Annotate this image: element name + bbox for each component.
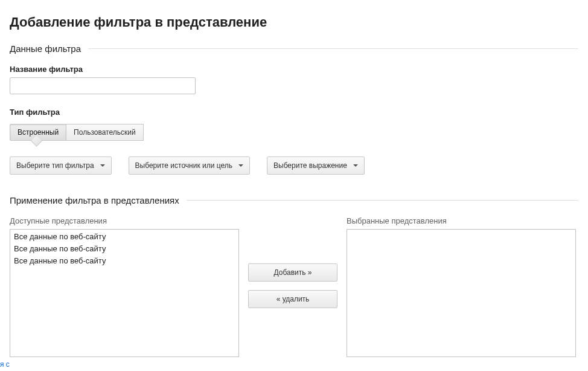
- available-views-label: Доступные представления: [10, 216, 239, 225]
- dropdown-filter-type[interactable]: Выберите тип фильтра: [10, 156, 112, 175]
- filter-name-label: Название фильтра: [10, 65, 578, 74]
- filter-type-segmented: Встроенный Пользовательский: [10, 124, 144, 141]
- section-filter-data-label: Данные фильтра: [10, 44, 88, 54]
- segmented-custom-button[interactable]: Пользовательский: [66, 124, 144, 141]
- caret-down-icon: [238, 164, 243, 167]
- dropdown-source-target-label: Выберите источник или цель: [135, 161, 232, 170]
- divider: [187, 200, 578, 201]
- corner-link[interactable]: я с: [0, 360, 10, 369]
- dropdown-source-target[interactable]: Выберите источник или цель: [129, 156, 250, 175]
- section-apply: Применение фильтра в представлениях: [10, 195, 578, 205]
- selected-views-listbox[interactable]: [347, 229, 576, 357]
- caret-down-icon: [353, 164, 358, 167]
- remove-button[interactable]: « удалить: [248, 290, 337, 308]
- dropdown-filter-type-label: Выберите тип фильтра: [16, 161, 94, 170]
- dropdown-expression[interactable]: Выберите выражение: [267, 156, 365, 175]
- dropdown-expression-label: Выберите выражение: [273, 161, 347, 170]
- divider: [88, 48, 578, 49]
- section-apply-label: Применение фильтра в представлениях: [10, 195, 187, 205]
- caret-down-icon: [100, 164, 105, 167]
- list-item[interactable]: Все данные по веб-сайту: [10, 243, 238, 255]
- list-item[interactable]: Все данные по веб-сайту: [10, 231, 238, 243]
- filter-type-label: Тип фильтра: [10, 108, 578, 117]
- page-title: Добавление фильтра в представление: [10, 15, 578, 30]
- filter-name-input[interactable]: [10, 77, 196, 94]
- add-button[interactable]: Добавить »: [248, 263, 337, 282]
- list-item[interactable]: Все данные по веб-сайту: [10, 255, 238, 267]
- selected-views-label: Выбранные представления: [347, 216, 576, 225]
- available-views-listbox[interactable]: Все данные по веб-сайтуВсе данные по веб…: [10, 229, 239, 357]
- section-filter-data: Данные фильтра: [10, 44, 578, 54]
